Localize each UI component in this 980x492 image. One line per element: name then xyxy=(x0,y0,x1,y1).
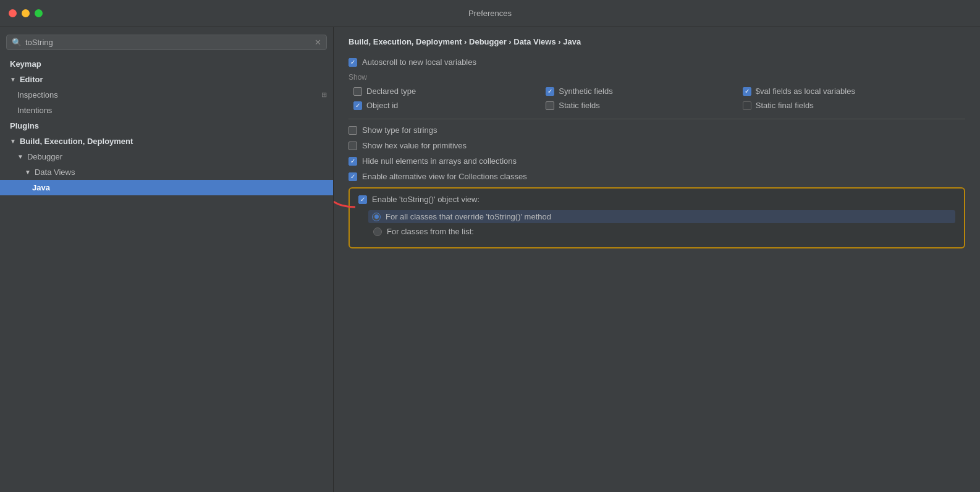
sidebar: 🔍 ✕ Keymap ▼ Editor Inspections ⊞ Intent… xyxy=(0,27,334,492)
window-title: Preferences xyxy=(468,9,512,18)
build-triangle-icon: ▼ xyxy=(10,138,16,145)
radio-classes-list-row: For classes from the list: xyxy=(373,227,955,236)
radio-all-classes-row: For all classes that override 'toString(… xyxy=(368,210,955,223)
static-final-fields-cell: Static final fields xyxy=(743,101,965,110)
synthetic-fields-label: Synthetic fields xyxy=(559,87,612,96)
sidebar-item-editor[interactable]: ▼ Editor xyxy=(0,72,333,87)
inspections-label: Inspections xyxy=(17,90,58,100)
val-fields-cell: $val fields as local variables xyxy=(743,87,965,96)
content-panel: Build, Execution, Deployment › Debugger … xyxy=(334,27,980,492)
radio-all-classes-label: For all classes that override 'toString(… xyxy=(386,212,551,221)
dataviews-triangle-icon: ▼ xyxy=(25,169,31,176)
intentions-label: Intentions xyxy=(17,106,52,115)
debugger-triangle-icon: ▼ xyxy=(17,153,23,160)
search-clear-icon[interactable]: ✕ xyxy=(315,38,321,47)
enable-tostring-checkbox[interactable] xyxy=(358,195,367,204)
divider-1 xyxy=(348,119,965,119)
show-section-label: Show xyxy=(348,73,965,82)
main-container: 🔍 ✕ Keymap ▼ Editor Inspections ⊞ Intent… xyxy=(0,27,980,492)
sidebar-item-plugins[interactable]: Plugins xyxy=(0,118,333,134)
search-bar[interactable]: 🔍 ✕ xyxy=(6,35,327,50)
editor-triangle-icon: ▼ xyxy=(10,76,16,83)
show-hex-checkbox[interactable] xyxy=(348,142,357,150)
sidebar-item-java[interactable]: Java xyxy=(0,180,333,195)
static-final-fields-checkbox[interactable] xyxy=(743,101,751,110)
tostring-section: Enable 'toString()' object view: For all… xyxy=(348,187,965,248)
sidebar-item-dataviews[interactable]: ▼ Data Views xyxy=(0,164,333,180)
val-fields-checkbox[interactable] xyxy=(743,87,751,96)
show-type-strings-label: Show type for strings xyxy=(362,125,437,135)
static-fields-label: Static fields xyxy=(559,101,599,110)
static-fields-cell: Static fields xyxy=(546,101,723,110)
sidebar-item-debugger[interactable]: ▼ Debugger xyxy=(0,149,333,164)
show-type-strings-row: Show type for strings xyxy=(348,125,965,135)
build-label: Build, Execution, Deployment xyxy=(20,137,133,146)
object-id-label: Object id xyxy=(366,101,398,110)
hide-null-label: Hide null elements in arrays and collect… xyxy=(362,156,517,166)
show-options-grid: Declared type Synthetic fields $val fiel… xyxy=(353,87,965,110)
enable-alt-view-checkbox[interactable] xyxy=(348,172,357,181)
static-final-fields-label: Static final fields xyxy=(756,101,814,110)
sidebar-item-keymap[interactable]: Keymap xyxy=(0,56,333,72)
radio-all-classes[interactable] xyxy=(372,213,381,221)
sidebar-item-inspections[interactable]: Inspections ⊞ xyxy=(0,87,333,103)
minimize-button[interactable] xyxy=(22,9,30,17)
enable-tostring-row: Enable 'toString()' object view: xyxy=(358,195,955,204)
val-fields-label: $val fields as local variables xyxy=(756,87,855,96)
object-id-cell: Object id xyxy=(353,101,526,110)
enable-alt-view-row: Enable alternative view for Collections … xyxy=(348,172,965,181)
show-type-strings-checkbox[interactable] xyxy=(348,126,357,135)
synthetic-fields-checkbox[interactable] xyxy=(546,87,554,96)
radio-classes-list[interactable] xyxy=(373,227,382,236)
object-id-checkbox[interactable] xyxy=(353,101,362,110)
synthetic-fields-cell: Synthetic fields xyxy=(546,87,723,96)
hide-null-checkbox[interactable] xyxy=(348,157,357,166)
static-fields-checkbox[interactable] xyxy=(546,101,554,110)
hide-null-row: Hide null elements in arrays and collect… xyxy=(348,156,965,166)
editor-label: Editor xyxy=(20,75,43,84)
breadcrumb: Build, Execution, Deployment › Debugger … xyxy=(348,37,965,46)
red-arrow-icon xyxy=(334,190,358,210)
keymap-label: Keymap xyxy=(10,59,41,69)
enable-tostring-label: Enable 'toString()' object view: xyxy=(372,195,479,204)
declared-type-cell: Declared type xyxy=(353,87,526,96)
dataviews-label: Data Views xyxy=(35,168,75,177)
sidebar-item-intentions[interactable]: Intentions xyxy=(0,103,333,118)
show-hex-row: Show hex value for primitives xyxy=(348,141,965,150)
search-input[interactable] xyxy=(25,38,315,47)
title-bar: Preferences xyxy=(0,0,980,27)
show-hex-label: Show hex value for primitives xyxy=(362,141,467,150)
radio-classes-list-label: For classes from the list: xyxy=(387,227,474,236)
window-controls[interactable] xyxy=(9,9,43,17)
java-label: Java xyxy=(32,183,50,192)
autoscroll-label: Autoscroll to new local variables xyxy=(362,57,476,67)
declared-type-checkbox[interactable] xyxy=(353,87,362,96)
search-icon: 🔍 xyxy=(12,38,22,47)
debugger-label: Debugger xyxy=(27,152,62,161)
declared-type-label: Declared type xyxy=(366,87,416,96)
plugins-label: Plugins xyxy=(10,121,39,130)
enable-alt-view-label: Enable alternative view for Collections … xyxy=(362,172,527,181)
close-button[interactable] xyxy=(9,9,17,17)
autoscroll-row: Autoscroll to new local variables xyxy=(348,57,965,67)
autoscroll-checkbox[interactable] xyxy=(348,58,357,67)
maximize-button[interactable] xyxy=(35,9,43,17)
sidebar-item-build[interactable]: ▼ Build, Execution, Deployment xyxy=(0,134,333,149)
copy-icon: ⊞ xyxy=(321,91,327,99)
